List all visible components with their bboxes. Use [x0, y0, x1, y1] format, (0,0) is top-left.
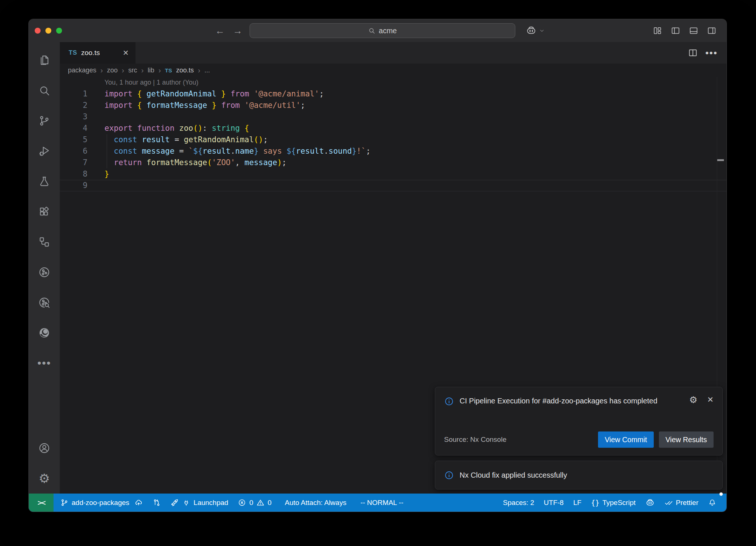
breadcrumb-item[interactable]: zoo: [107, 66, 118, 74]
gear-icon: ⚙: [39, 472, 50, 485]
sidebar-item-search[interactable]: [29, 75, 60, 106]
typescript-file-icon: TS: [69, 49, 77, 57]
code-line-5[interactable]: 5 const result = getRandomAnimal();: [60, 134, 726, 146]
editor-actions-more-icon[interactable]: •••: [705, 51, 718, 55]
gitlens-blame-annotation: You, 1 hour ago | 1 author (You): [60, 77, 726, 88]
breadcrumb-separator: ›: [141, 66, 144, 75]
sidebar-item-nx-cloud[interactable]: [29, 287, 60, 318]
accounts-button[interactable]: [29, 433, 60, 463]
connected-nodes-icon: [38, 236, 51, 248]
chevron-down-icon[interactable]: [539, 28, 545, 34]
problems-status[interactable]: 0 0: [233, 494, 276, 512]
prettier-status[interactable]: Prettier: [660, 494, 703, 512]
remote-icon: ><: [38, 498, 45, 507]
zoom-window-button[interactable]: [56, 28, 62, 34]
sidebar-item-remote-explorer[interactable]: [29, 227, 60, 257]
indent-guide: [107, 134, 107, 168]
line-number: 4: [60, 123, 87, 134]
vim-mode-status[interactable]: -- NORMAL --: [355, 494, 408, 512]
sidebar-item-run-debug[interactable]: [29, 136, 60, 166]
error-icon: [238, 498, 246, 507]
sidebar-item-explorer[interactable]: [29, 45, 60, 75]
encoding-status[interactable]: UTF-8: [539, 494, 568, 512]
sidebar-item-testing[interactable]: [29, 166, 60, 197]
info-icon: [444, 470, 454, 480]
code-line-1[interactable]: 1import { getRandomAnimal } from '@acme/…: [60, 88, 726, 100]
breadcrumb: packages › zoo › src › lib › TS zoo.ts ›…: [60, 64, 726, 77]
notification-message: Nx Cloud fix applied successfully: [460, 471, 567, 480]
git-graph-status[interactable]: [148, 494, 166, 512]
tab-label: zoo.ts: [81, 49, 100, 57]
breadcrumb-item[interactable]: lib: [148, 66, 154, 74]
double-check-icon: [664, 498, 673, 507]
toggle-panel-icon[interactable]: [688, 25, 699, 36]
customize-layout-icon[interactable]: [652, 25, 663, 36]
eol-status[interactable]: LF: [568, 494, 586, 512]
breadcrumb-file[interactable]: zoo.ts: [176, 66, 194, 74]
close-tab-icon[interactable]: ✕: [123, 48, 129, 57]
launchpad-status[interactable]: Launchpad: [166, 494, 233, 512]
auto-attach-status[interactable]: Auto Attach: Always: [280, 494, 351, 512]
view-results-button[interactable]: View Results: [659, 431, 714, 448]
code-line-7[interactable]: 7 return formatMessage('ZOO', message);: [60, 157, 726, 168]
sidebar-item-extensions[interactable]: [29, 197, 60, 227]
code-line-4[interactable]: 4export function zoo(): string {: [60, 123, 726, 134]
git-branch-icon: [38, 115, 51, 127]
typescript-file-icon: TS: [165, 67, 172, 74]
code-lines: You, 1 hour ago | 1 author (You)1import …: [60, 77, 726, 191]
close-window-button[interactable]: [35, 28, 41, 34]
code-line-8[interactable]: 8}: [60, 168, 726, 180]
line-number: 9: [60, 180, 87, 191]
ellipsis-icon: •••: [37, 361, 51, 365]
breadcrumb-item[interactable]: packages: [68, 66, 96, 74]
branch-name: add-zoo-packages: [72, 499, 129, 507]
layout-controls: [652, 19, 717, 42]
warning-icon: [256, 498, 265, 507]
info-icon: [444, 396, 454, 406]
copilot-status[interactable]: [640, 494, 660, 512]
notification-close-icon[interactable]: ✕: [707, 395, 714, 404]
code-line-3[interactable]: 3: [60, 111, 726, 123]
line-number: 3: [60, 111, 87, 123]
more-views-button[interactable]: •••: [29, 348, 60, 378]
settings-button[interactable]: ⚙: [29, 463, 60, 494]
copilot-icon[interactable]: [526, 25, 537, 36]
command-center-search[interactable]: acme: [250, 23, 515, 38]
sidebar-item-edge-tools[interactable]: [29, 318, 60, 348]
git-branch-status[interactable]: add-zoo-packages: [54, 494, 148, 512]
status-bar: >< add-zoo-packages Launchpad 0 0 Auto A…: [29, 494, 726, 512]
warning-count: 0: [268, 499, 272, 507]
language-status[interactable]: {} TypeScript: [586, 494, 640, 512]
minimize-window-button[interactable]: [45, 28, 51, 34]
circle-branch-search-icon: [38, 296, 51, 309]
breadcrumb-symbol-more[interactable]: ...: [205, 66, 210, 74]
traffic-lights: [35, 28, 62, 34]
tab-zoo-ts[interactable]: TS zoo.ts ✕: [60, 42, 135, 64]
line-number: 1: [60, 88, 87, 100]
split-editor-icon[interactable]: [688, 48, 698, 58]
view-commit-button[interactable]: View Commit: [598, 431, 654, 448]
indentation-status[interactable]: Spaces: 2: [498, 494, 539, 512]
extensions-icon: [38, 205, 51, 218]
line-number: 6: [60, 146, 87, 157]
notification-settings-gear-icon[interactable]: ⚙: [689, 395, 697, 405]
toggle-secondary-sidebar-icon[interactable]: [707, 25, 717, 36]
breadcrumb-separator: ›: [122, 66, 124, 75]
breadcrumb-item[interactable]: src: [128, 66, 137, 74]
notification-message: CI Pipeline Execution for #add-zoo-packa…: [460, 395, 657, 407]
git-compare-icon: [152, 498, 161, 507]
notification-toast-ci-pipeline: CI Pipeline Execution for #add-zoo-packa…: [435, 387, 723, 455]
back-icon[interactable]: ←: [215, 25, 225, 37]
bell-icon: [708, 498, 717, 507]
remote-indicator[interactable]: ><: [29, 494, 54, 512]
forward-icon[interactable]: →: [233, 25, 243, 37]
code-line-6[interactable]: 6 const message = `${result.name} says $…: [60, 146, 726, 157]
code-line-2[interactable]: 2import { formatMessage } from '@acme/ut…: [60, 100, 726, 111]
breadcrumb-separator: ›: [198, 66, 200, 75]
sidebar-item-source-control[interactable]: [29, 106, 60, 136]
toggle-sidebar-icon[interactable]: [670, 25, 681, 36]
error-count: 0: [249, 499, 253, 507]
notifications-bell[interactable]: [703, 494, 721, 512]
sidebar-item-nx-console[interactable]: [29, 257, 60, 287]
code-line-9[interactable]: 9: [60, 180, 726, 191]
